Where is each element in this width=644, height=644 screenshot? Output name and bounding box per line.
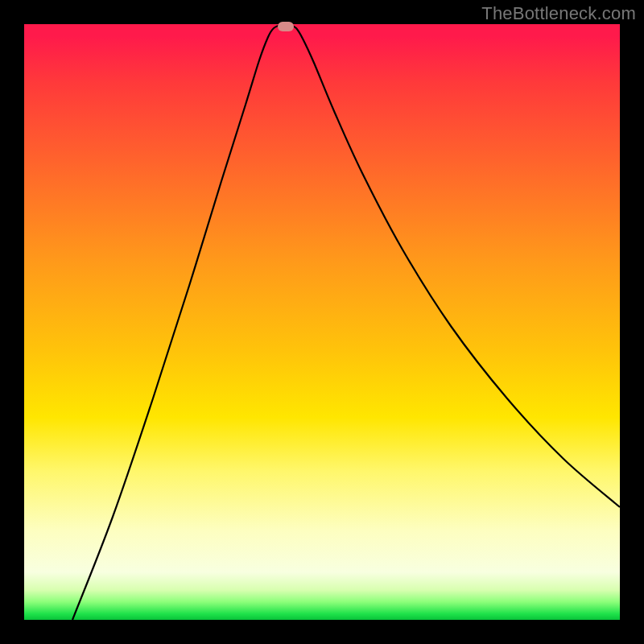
- chart-container: TheBottleneck.com: [0, 0, 644, 644]
- plot-area: [24, 24, 620, 620]
- bottleneck-curve: [72, 24, 620, 620]
- watermark-text: TheBottleneck.com: [481, 3, 636, 24]
- curve-svg: [24, 24, 620, 620]
- optimum-marker: [278, 22, 294, 31]
